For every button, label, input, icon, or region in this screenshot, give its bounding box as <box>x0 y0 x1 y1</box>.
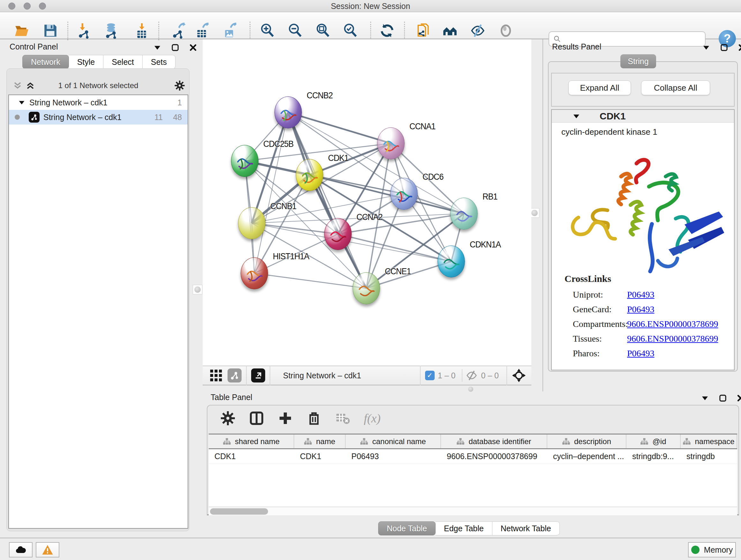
network-row[interactable]: String Network – cdk1 11 48 <box>9 110 188 125</box>
left-splitter-handle[interactable] <box>193 285 202 294</box>
edge-HIST1H1A-CCNE1[interactable] <box>254 273 366 288</box>
hidden-eye-icon[interactable] <box>466 369 478 381</box>
panel-menu-icon[interactable] <box>153 44 161 52</box>
hide-selected-icon[interactable] <box>469 22 487 40</box>
column-header-@id[interactable]: @id <box>626 435 681 448</box>
close-panel-icon[interactable] <box>737 394 741 402</box>
edge-CCNB2-HIST1H1A[interactable] <box>254 112 288 273</box>
edge-CCNB2-CCNE1[interactable] <box>288 112 366 288</box>
edge-CCNB2-CCNA1[interactable] <box>288 112 391 143</box>
tab-edge-table[interactable]: Edge Table <box>435 521 492 536</box>
node-RB1[interactable] <box>450 198 478 230</box>
node-CCNE1[interactable] <box>353 272 380 304</box>
node-CCNA1[interactable] <box>377 127 405 159</box>
bottom-splitter-handle[interactable] <box>467 386 475 392</box>
node-CDC25B[interactable] <box>231 145 259 177</box>
edge-CCNA2-CDKN1A[interactable] <box>338 234 451 261</box>
tab-string[interactable]: String <box>620 54 656 68</box>
float-panel-icon[interactable] <box>171 44 179 52</box>
close-panel-icon[interactable] <box>189 44 197 52</box>
node-label: CCNE1 <box>385 266 411 276</box>
column-header-description[interactable]: description <box>547 435 626 448</box>
network-collection-row[interactable]: String Network – cdk1 1 <box>9 95 188 110</box>
column-header-namespace[interactable]: namespace <box>681 435 737 448</box>
zoom-in-icon[interactable] <box>259 22 276 40</box>
tab-network-table[interactable]: Network Table <box>492 521 560 536</box>
import-database-icon[interactable] <box>103 22 121 40</box>
float-panel-icon[interactable] <box>719 394 727 402</box>
node-CDC6[interactable] <box>390 178 418 210</box>
refresh-icon[interactable] <box>378 22 396 40</box>
app-window: Session: New Session <box>0 0 741 560</box>
crosslink-link[interactable]: P06493 <box>627 348 655 359</box>
protein-structure-image <box>560 143 726 284</box>
grid-view-icon[interactable] <box>209 368 223 382</box>
protein-ribbon-icon <box>277 105 300 125</box>
network-options-gear-icon[interactable] <box>174 80 185 91</box>
open-session-icon[interactable] <box>13 22 30 40</box>
show-columns-icon[interactable] <box>249 411 264 426</box>
gene-name: CDK1 <box>600 111 626 122</box>
node-label: CCNA2 <box>356 212 382 222</box>
node-CDKN1A[interactable] <box>437 246 465 277</box>
save-session-icon[interactable] <box>42 22 59 40</box>
panel-menu-icon[interactable] <box>702 44 711 52</box>
crosslink-link[interactable]: 9606.ENSP00000378699 <box>627 319 718 329</box>
export-table-icon[interactable] <box>194 22 212 40</box>
node-HIST1H1A[interactable] <box>241 257 268 289</box>
network-view-mode-icon[interactable] <box>227 368 242 382</box>
tab-style[interactable]: Style <box>69 55 104 69</box>
crosslink-link[interactable]: 9606.ENSP00000378699 <box>627 334 718 344</box>
zoom-selected-icon[interactable] <box>341 22 359 40</box>
column-header-canonical-name[interactable]: canonical name <box>346 435 441 448</box>
delete-table-icon[interactable] <box>335 411 350 426</box>
node-CCNB1[interactable] <box>238 207 266 239</box>
network-overview-icon[interactable] <box>441 22 459 40</box>
birdseye-icon[interactable] <box>512 368 526 383</box>
delete-column-icon[interactable] <box>307 411 322 426</box>
gene-section-header[interactable]: CDK1 <box>552 110 734 123</box>
crosslink-row: Uniprot:P06493 <box>573 287 726 302</box>
float-panel-icon[interactable] <box>720 44 728 52</box>
table-hscrollbar[interactable] <box>209 507 737 515</box>
cloud-status-button[interactable] <box>9 542 32 557</box>
network-canvas[interactable]: CCNB2CCNA1CDC25BCDK1CDC6RB1CCNB1CCNA2CDK… <box>203 39 531 366</box>
section-expander-icon[interactable] <box>572 112 581 120</box>
column-header-name[interactable]: name <box>294 435 346 448</box>
add-column-icon[interactable] <box>278 411 293 426</box>
zoom-fit-icon[interactable] <box>314 22 332 40</box>
collapse-all-button[interactable]: Collapse All <box>641 80 710 95</box>
tab-node-table[interactable]: Node Table <box>378 521 435 536</box>
export-network-icon[interactable] <box>170 22 188 40</box>
detach-view-icon[interactable] <box>251 368 265 382</box>
zoom-out-icon[interactable] <box>286 22 304 40</box>
memory-button[interactable]: Memory <box>688 542 736 557</box>
close-panel-icon[interactable] <box>738 44 741 52</box>
memory-label: Memory <box>704 545 733 555</box>
annotations-icon[interactable] <box>414 22 432 40</box>
crosslink-link[interactable]: P06493 <box>627 290 655 300</box>
network-edges[interactable] <box>203 39 531 366</box>
tab-network[interactable]: Network <box>22 55 69 69</box>
import-table-icon[interactable] <box>133 22 151 40</box>
table-row[interactable]: CDK1CDK1P064939606.ENSP00000378699cyclin… <box>209 449 737 464</box>
node-CCNA2[interactable] <box>324 218 352 250</box>
panel-menu-icon[interactable] <box>701 394 709 402</box>
expand-all-button[interactable]: Expand All <box>568 80 631 95</box>
node-CCNB2[interactable] <box>274 97 302 128</box>
tab-select[interactable]: Select <box>104 55 142 69</box>
node-CDK1[interactable] <box>296 159 323 191</box>
crosslink-link[interactable]: P06493 <box>627 304 655 314</box>
column-header-database-identifier[interactable]: database identifier <box>441 435 547 448</box>
scrollbar-thumb[interactable] <box>210 508 268 515</box>
column-header-shared-name[interactable]: shared name <box>209 435 294 448</box>
show-hidden-icon[interactable] <box>497 22 515 40</box>
warnings-button[interactable] <box>36 542 59 557</box>
table-options-gear-icon[interactable] <box>220 411 235 426</box>
selected-checkbox-icon[interactable]: ✓ <box>425 371 434 380</box>
export-image-icon[interactable] <box>221 22 239 40</box>
tab-sets[interactable]: Sets <box>143 55 176 69</box>
import-network-icon[interactable] <box>76 22 93 40</box>
function-builder-icon[interactable]: f(x) <box>364 411 381 425</box>
collection-expander-icon[interactable] <box>18 99 25 106</box>
